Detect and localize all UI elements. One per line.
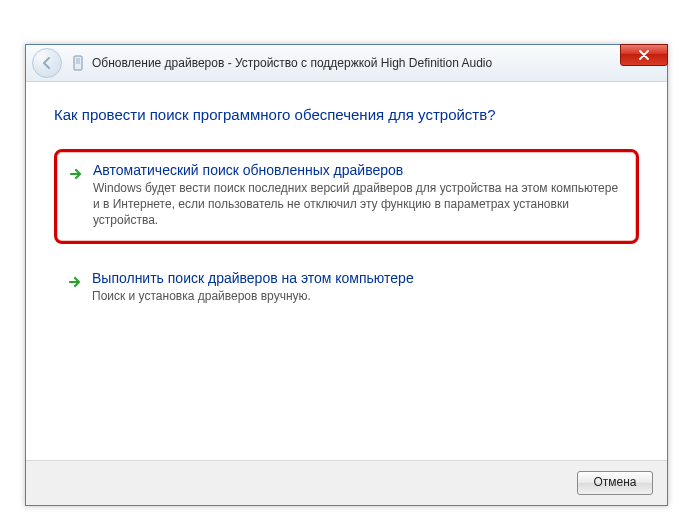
option-auto-text: Автоматический поиск обновленных драйвер… bbox=[93, 162, 622, 229]
arrow-right-icon bbox=[67, 162, 85, 229]
option-manual-text: Выполнить поиск драйверов на этом компью… bbox=[92, 270, 623, 304]
option-manual-title: Выполнить поиск драйверов на этом компью… bbox=[92, 270, 623, 286]
device-icon bbox=[70, 55, 86, 71]
close-button[interactable] bbox=[620, 44, 668, 66]
option-manual-search[interactable]: Выполнить поиск драйверов на этом компью… bbox=[54, 258, 639, 318]
back-arrow-icon bbox=[40, 56, 54, 70]
update-driver-window: Обновление драйверов - Устройство с подд… bbox=[25, 44, 668, 506]
titlebar: Обновление драйверов - Устройство с подд… bbox=[26, 45, 667, 82]
window-title: Обновление драйверов - Устройство с подд… bbox=[92, 56, 492, 70]
content-area: Как провести поиск программного обеспече… bbox=[26, 82, 667, 454]
footer: Отмена bbox=[26, 460, 667, 505]
arrow-right-icon bbox=[66, 270, 84, 304]
option-auto-title: Автоматический поиск обновленных драйвер… bbox=[93, 162, 622, 178]
page-heading: Как провести поиск программного обеспече… bbox=[54, 106, 639, 123]
back-button[interactable] bbox=[32, 48, 62, 78]
option-manual-desc: Поиск и установка драйверов вручную. bbox=[92, 288, 623, 304]
cancel-button[interactable]: Отмена bbox=[577, 471, 653, 495]
option-auto-search[interactable]: Автоматический поиск обновленных драйвер… bbox=[54, 149, 639, 244]
close-icon bbox=[638, 50, 650, 60]
option-auto-desc: Windows будет вести поиск последних верс… bbox=[93, 180, 622, 229]
